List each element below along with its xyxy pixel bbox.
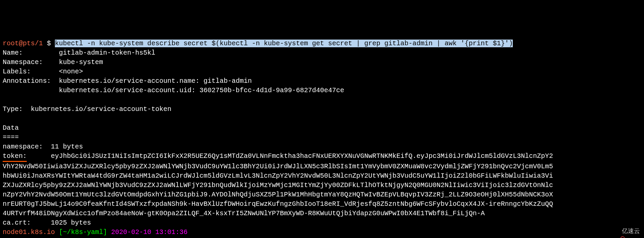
bottom-timestamp: 2020-02-10 13:01:36 [111,228,187,236]
labels-row: Labels: <none> [3,68,83,75]
cacrt-label: ca.crt: [3,219,31,227]
watermark: 亿速云 [611,227,640,235]
name-label: Name: [3,49,23,57]
prompt-line: root@pts/1 $ kubectl -n kube-system desc… [3,40,513,47]
bottom-path: [~/k8s-yaml] [59,228,107,236]
cacrt-value: 1025 bytes [51,219,91,227]
prompt-user-host: root@pts/1 [3,40,43,47]
token-value-rest: VhY2NvdW50Iiwia3ViZXJuZXRlcy5pby9zZXJ2aW… [3,163,553,217]
namespace-row: Namespace: kube-system [3,58,103,66]
command-text: kubectl -n kube-system describe secret $… [55,40,513,47]
labels-label: Labels: [3,68,31,75]
name-value: gitlab-admin-token-hs5kl [59,49,155,57]
token-row: token: eyJhbGci0iJSUzI1NiIsImtpZCI6IkFxX… [3,152,553,160]
token-label: token: [3,152,27,162]
prompt-dollar: $ [47,40,51,47]
data-header: Data [3,124,19,132]
namespace-label: Namespace: [3,58,43,66]
type-label: Type: [3,105,23,113]
annotations-label: Annotations: [3,77,51,85]
annotations-row2: kubernetes.io/service-account.uid: 36027… [3,86,344,94]
ns-data-row: namespace: 11 bytes [3,143,83,151]
watermark-cloud-icon [611,227,621,235]
token-value-first: eyJhbGci0iJSUzI1NiIsImtpZCI6IkFxX2R5UEZ6… [51,152,553,160]
annotations-value1: kubernetes.io/service-account.name: gitl… [59,77,252,85]
bottom-prompt-line: node01.k8s.io [~/k8s-yaml] 2020-02-10 13… [3,228,187,236]
cacrt-row: ca.crt: 1025 bytes [3,219,91,227]
annotations-row1: Annotations: kubernetes.io/service-accou… [3,77,252,85]
name-row: Name: gitlab-admin-token-hs5kl [3,49,155,57]
ns-data-label: namespace: [3,143,43,151]
annotations-value2: kubernetes.io/service-account.uid: 36027… [59,86,344,94]
ns-data-value: 11 bytes [51,143,83,151]
data-divider: ==== [3,133,19,141]
terminal-output[interactable]: root@pts/1 $ kubectl -n kube-system desc… [3,39,641,237]
watermark-text: 亿速云 [622,227,640,235]
namespace-value: kube-system [59,58,103,66]
labels-value: <none> [59,68,83,75]
type-row: Type: kubernetes.io/service-account-toke… [3,105,171,113]
type-value: kubernetes.io/service-account-token [31,105,171,113]
bottom-host: node01.k8s.io [3,228,55,236]
